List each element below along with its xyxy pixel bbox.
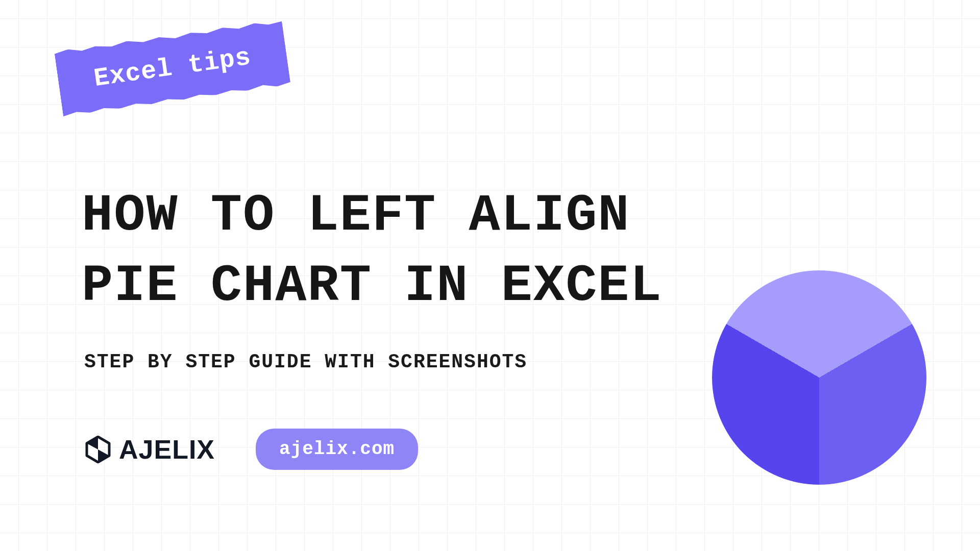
page-title: HOW TO LEFT ALIGN PIE CHART IN EXCEL	[82, 181, 663, 321]
headline-line-2: PIE CHART IN EXCEL	[82, 257, 663, 316]
website-url-pill: ajelix.com	[256, 429, 418, 470]
brand-row: AJELIX ajelix.com	[84, 429, 418, 470]
brand-name-text: AJELIX	[119, 434, 215, 465]
page-subtitle: STEP BY STEP GUIDE WITH SCREENSHOTS	[84, 351, 527, 373]
headline-line-1: HOW TO LEFT ALIGN	[82, 186, 630, 245]
hexagon-logo-icon	[84, 436, 112, 463]
brand-logo: AJELIX	[84, 434, 215, 465]
banner-canvas: Excel tips HOW TO LEFT ALIGN PIE CHART I…	[0, 0, 980, 551]
decorative-pie-chart	[712, 270, 926, 485]
